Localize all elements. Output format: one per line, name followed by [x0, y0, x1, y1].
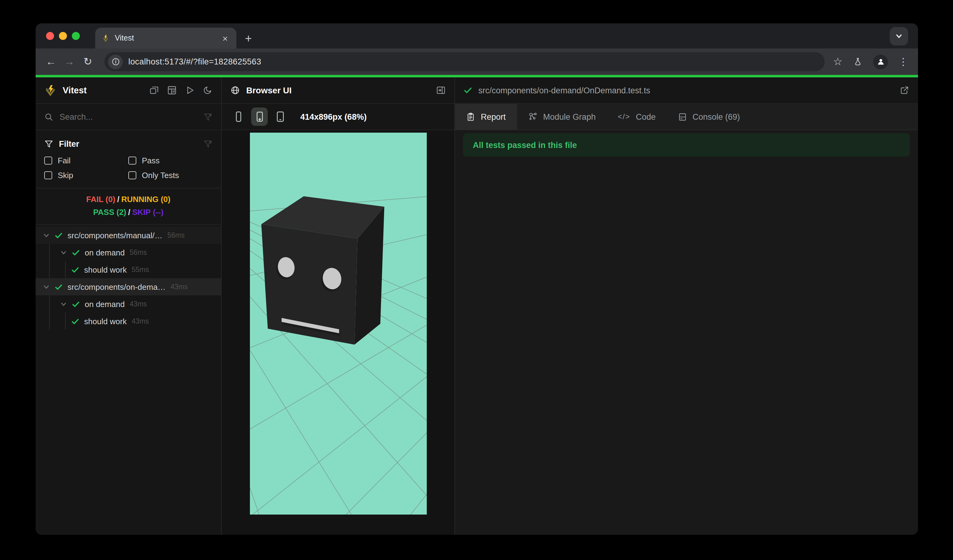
url-text: localhost:5173/#/?file=1828625563: [128, 57, 261, 66]
pass-check-icon: [55, 231, 63, 239]
filter-checkbox-fail[interactable]: Fail: [44, 156, 128, 165]
duration: 56ms: [167, 231, 185, 239]
tab-title: Vitest: [115, 34, 220, 42]
device-tablet-button[interactable]: [272, 107, 289, 126]
info-icon: [112, 58, 120, 66]
reload-button[interactable]: ↻: [80, 55, 96, 68]
chevron-down-icon[interactable]: [60, 249, 67, 256]
device-iframe[interactable]: [250, 133, 427, 515]
result-file-path: src/components/on-demand/OnDemand.test.t…: [478, 86, 900, 95]
running-count: RUNNING (0): [121, 195, 171, 204]
open-external-icon[interactable]: [900, 85, 910, 95]
search-row: [36, 104, 221, 130]
browser-preview-panel: Browser UI 414x896px (68%): [222, 78, 455, 535]
checkbox[interactable]: [128, 171, 136, 179]
robot-cube: [261, 196, 384, 344]
device-phone-small-button[interactable]: [230, 107, 247, 126]
filter-title-row: Filter: [44, 137, 213, 151]
globe-icon: [230, 85, 240, 95]
zoom-window-button[interactable]: [72, 32, 80, 40]
duration: 43ms: [130, 300, 147, 308]
browser-toolbar: ← → ↻ localhost:5173/#/?file=1828625563 …: [36, 48, 918, 75]
new-tab-button[interactable]: +: [245, 32, 252, 45]
search-input[interactable]: [60, 112, 203, 121]
clear-filter-icon[interactable]: [203, 139, 213, 148]
back-button[interactable]: ←: [43, 56, 59, 68]
test-suite-row[interactable]: on demand 56ms: [36, 244, 221, 261]
test-tree: src/components/manual/… 56ms on demand 5…: [36, 225, 221, 330]
address-bar[interactable]: localhost:5173/#/?file=1828625563: [104, 52, 825, 71]
test-suite-row[interactable]: on demand 43ms: [36, 295, 221, 313]
pass-check-icon: [71, 265, 79, 273]
pass-count: PASS (2): [93, 208, 126, 217]
tab-code[interactable]: </> Code: [607, 104, 667, 130]
results-header: src/components/on-demand/OnDemand.test.t…: [455, 78, 918, 104]
run-all-play-icon[interactable]: [185, 85, 195, 95]
open-panel-right-icon[interactable]: [436, 85, 446, 95]
filter-title: Filter: [59, 139, 79, 148]
test-file-row-selected[interactable]: src/components/on-dema… 43ms: [36, 278, 221, 295]
clear-filter-icon[interactable]: [203, 112, 213, 121]
module-graph-icon: [528, 112, 538, 122]
chevron-down-icon[interactable]: [60, 301, 67, 307]
screen: Vitest × + ← → ↻: [0, 0, 953, 560]
results-panel: src/components/on-demand/OnDemand.test.t…: [455, 78, 918, 535]
viewport-size-label: 414x896px (68%): [300, 112, 366, 121]
browser-window: Vitest × + ← → ↻: [36, 23, 918, 535]
checkbox[interactable]: [128, 157, 136, 164]
filter-checkbox-skip[interactable]: Skip: [44, 171, 128, 180]
vitest-ui: Vitest: [36, 78, 918, 535]
browser-menu-button[interactable]: ⋮: [898, 56, 908, 68]
site-info-button[interactable]: [108, 54, 123, 69]
test-file-row[interactable]: src/components/manual/… 56ms: [36, 226, 221, 244]
close-window-button[interactable]: [46, 32, 54, 40]
window-controls: [46, 32, 80, 40]
device-phone-plus-button[interactable]: [251, 107, 268, 126]
profile-avatar[interactable]: [873, 54, 888, 69]
duration: 43ms: [171, 283, 188, 290]
filter-checkbox-only-tests[interactable]: Only Tests: [128, 171, 213, 180]
tab-console[interactable]: Console (69): [667, 104, 751, 130]
phone-icon: [234, 111, 242, 122]
toolbar-actions: ☆ ⋮: [833, 54, 911, 69]
test-case-row[interactable]: should work 55ms: [36, 261, 221, 278]
chevron-down-icon[interactable]: [43, 232, 50, 239]
device-toolbar: 414x896px (68%): [222, 104, 455, 130]
chevron-down-icon[interactable]: [43, 283, 50, 290]
tab-search-button[interactable]: [890, 27, 908, 45]
all-passed-banner: All tests passed in this file: [463, 133, 910, 157]
rendered-scene: [250, 133, 427, 515]
results-tab-bar: Report Module Graph </> Code: [455, 104, 918, 130]
forward-button[interactable]: →: [61, 56, 78, 68]
filter-checkbox-pass[interactable]: Pass: [128, 156, 213, 165]
tab-report[interactable]: Report: [455, 104, 517, 130]
preview-header: Browser UI: [222, 78, 455, 104]
summary-line-1: FAIL (0)/RUNNING (0): [36, 193, 221, 206]
summary-line-2: PASS (2)/SKIP (--): [36, 206, 221, 219]
dark-mode-moon-icon[interactable]: [203, 85, 213, 95]
search-icon: [44, 112, 53, 121]
skip-count: SKIP (--): [132, 208, 164, 217]
dashboard-report-icon[interactable]: [167, 85, 177, 95]
experiments-flask-icon[interactable]: [853, 57, 863, 67]
sidebar-header: Vitest: [36, 78, 221, 104]
preview-title: Browser UI: [246, 85, 436, 95]
checkbox[interactable]: [44, 171, 52, 179]
person-icon: [876, 57, 885, 66]
minimize-window-button[interactable]: [59, 32, 67, 40]
tab-module-graph[interactable]: Module Graph: [517, 104, 607, 130]
collapse-panels-icon[interactable]: [149, 85, 159, 95]
pass-check-icon: [71, 317, 79, 325]
tab-close-icon[interactable]: ×: [220, 33, 230, 43]
report-content: All tests passed in this file: [455, 130, 918, 535]
tab-strip: Vitest × +: [36, 23, 918, 48]
sidebar: Vitest: [36, 78, 222, 535]
browser-tab[interactable]: Vitest ×: [95, 28, 236, 48]
code-icon: </>: [618, 112, 630, 121]
bookmark-star-icon[interactable]: ☆: [833, 55, 843, 68]
pass-check-icon: [72, 300, 80, 308]
vitest-logo-icon: [44, 84, 56, 96]
checkbox[interactable]: [44, 157, 52, 164]
preview-viewport-area: [222, 130, 455, 535]
test-case-row[interactable]: should work 43ms: [36, 313, 221, 330]
